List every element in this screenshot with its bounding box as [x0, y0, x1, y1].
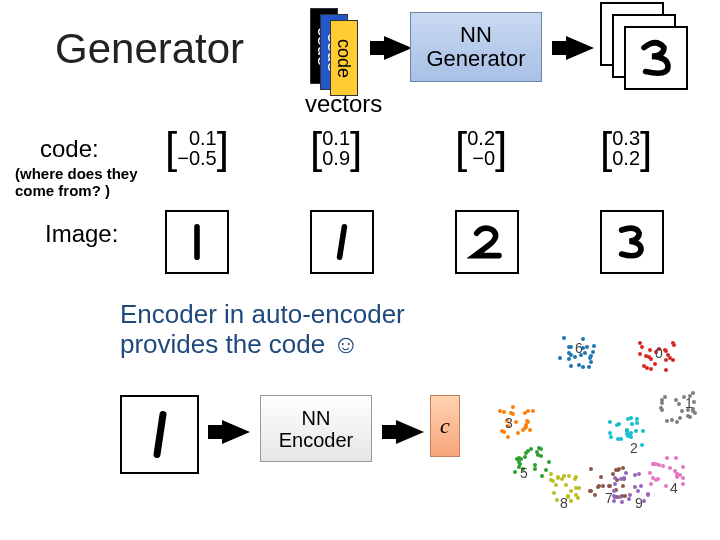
image-digit-3: [600, 210, 664, 274]
code-vector-2: [0.10.9]: [310, 128, 362, 168]
code-row-label: code:: [40, 135, 99, 163]
image-digit-1b: [310, 210, 374, 274]
output-digit-box-3: [624, 26, 688, 90]
image-digit-2: [455, 210, 519, 274]
code-output-c: c: [430, 395, 460, 457]
nn-generator-box: NN Generator: [410, 12, 542, 82]
vectors-label: vectors: [305, 90, 382, 118]
code-vector-3: [0.2−0]: [455, 128, 507, 168]
image-digit-1: [165, 210, 229, 274]
encoder-caption: Encoder in auto-encoder provides the cod…: [120, 300, 405, 360]
arrow-to-generator: [370, 36, 412, 60]
nn-encoder-label: NN Encoder: [279, 407, 354, 451]
code-vector-1: [0.1−0.5]: [165, 128, 229, 168]
arrow-to-code: [382, 420, 424, 444]
code-subnote: (where does they come from? ): [15, 165, 138, 200]
encoder-input-image: [120, 395, 199, 474]
nn-encoder-box: NN Encoder: [260, 395, 372, 462]
nn-generator-label: NN Generator: [426, 23, 525, 71]
code-vector-4: [0.30.2]: [600, 128, 652, 168]
image-row-label: Image:: [45, 220, 118, 248]
page-title: Generator: [55, 25, 244, 73]
arrow-to-outputs: [552, 36, 594, 60]
latent-scatter-plot: 5 6 0 3 8 7 9 4 1 2: [470, 320, 700, 520]
code-bar-3: code: [330, 20, 358, 96]
arrow-to-encoder: [208, 420, 250, 444]
